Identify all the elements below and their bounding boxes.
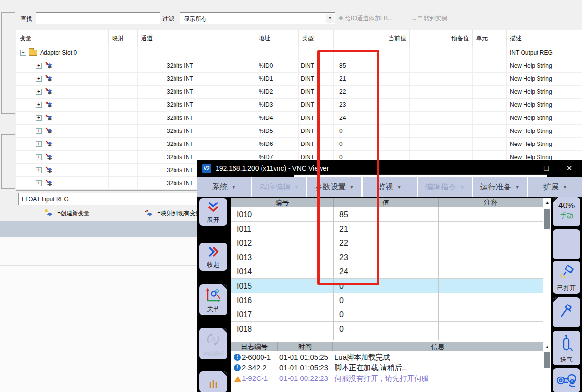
chevron-down-icon: ▼: [294, 185, 299, 189]
cell: [255, 46, 299, 59]
log-time: 01-01 01:05:23: [279, 363, 328, 373]
register-row[interactable]: I0180: [231, 322, 543, 336]
menu-label: 编辑指令: [425, 182, 456, 192]
collapsed-panel-tab[interactable]: [1, 134, 15, 189]
tree-expand-toggle[interactable]: +: [36, 63, 42, 69]
register-comment: [439, 250, 543, 265]
double-chevron-right-icon: [207, 246, 219, 258]
corner-marker: [222, 371, 227, 377]
register-row[interactable]: I0150: [231, 279, 543, 293]
collapse-button[interactable]: 收起: [199, 243, 227, 271]
cell: %ID6: [255, 138, 299, 151]
table-row[interactable]: +32bits INT%ID1DINT21New Help String: [16, 73, 582, 86]
gas-supply-button[interactable]: 送气: [553, 331, 580, 365]
table-row[interactable]: +32bits INT%ID0DINT85New Help String: [16, 59, 582, 73]
scroll-up-icon[interactable]: ▲: [543, 199, 551, 206]
menu-参数设置[interactable]: 参数设置▼: [307, 177, 361, 197]
cell: 23: [334, 99, 410, 112]
search-input[interactable]: [36, 12, 160, 24]
register-row[interactable]: I0160: [231, 293, 543, 308]
register-row[interactable]: I01085: [231, 207, 543, 222]
log-time: 01-01 01:05:25: [279, 352, 328, 363]
collapsed-panel-tab[interactable]: [1, 12, 15, 114]
register-comment: [439, 264, 543, 279]
scrollbar-thumb[interactable]: [544, 352, 550, 368]
log-scrollbar[interactable]: ▲: [543, 340, 551, 390]
filter-dropdown[interactable]: 显示所有 ▼: [180, 12, 335, 24]
filter-label: 过滤: [162, 15, 174, 23]
chevron-down-icon: ▼: [515, 185, 520, 189]
double-chevron-down-icon: [206, 201, 220, 213]
tree-expand-toggle[interactable]: +: [36, 76, 42, 82]
cell: 32bits INT: [138, 99, 255, 112]
register-comment: [439, 222, 543, 236]
add-fb-button[interactable]: ✚给IO通道添加FB...: [338, 13, 393, 24]
log-id: 1-92C-1: [242, 373, 268, 384]
register-id: I016: [231, 293, 334, 308]
table-row[interactable]: +32bits INT%ID4DINT24New Help String: [16, 112, 582, 125]
register-row[interactable]: I0170: [231, 307, 543, 322]
joint-mode-button[interactable]: 关节: [199, 284, 227, 315]
log-row[interactable]: !2-342-201-01 01:05:23脚本正在加载,请稍后...: [231, 363, 543, 373]
tree-expand-toggle[interactable]: +: [36, 115, 42, 121]
scroll-up-icon[interactable]: ▲: [543, 343, 551, 351]
cell: [473, 99, 507, 112]
scrollbar-thumb[interactable]: [544, 209, 550, 229]
tree-expand-toggle[interactable]: +: [36, 167, 42, 173]
table-row[interactable]: −Adapter Slot 0INT Output REG: [16, 46, 582, 59]
table-row[interactable]: +32bits INT%ID6DINT0New Help String: [16, 138, 582, 151]
speed-mode-button[interactable]: 40% 手动: [553, 197, 580, 226]
cell: 0: [334, 138, 410, 151]
tree-collapse-toggle[interactable]: −: [20, 50, 26, 56]
menu-监视[interactable]: 监视▼: [363, 177, 416, 197]
column-header: 单元: [473, 30, 507, 46]
tree-expand-toggle[interactable]: +: [36, 154, 42, 160]
cell: [473, 86, 507, 99]
register-id: I012: [231, 236, 334, 250]
expand-button[interactable]: 展开: [199, 198, 227, 226]
register-value: 0: [334, 322, 439, 336]
table-row[interactable]: +32bits INT%ID2DINT22New Help String: [16, 86, 582, 99]
menu-扩展[interactable]: 扩展▼: [528, 177, 582, 197]
robot-arm-button[interactable]: [553, 368, 580, 392]
register-value: 0: [334, 307, 439, 322]
chevron-down-icon[interactable]: ▼: [326, 14, 334, 23]
column-header: 当前值: [334, 30, 410, 46]
cell: DINT: [299, 112, 334, 125]
cell: %ID2: [255, 86, 299, 99]
table-row[interactable]: +32bits INT%ID5DINT0New Help String: [16, 125, 582, 138]
register-row[interactable]: I01424: [231, 264, 543, 279]
cell: %ID1: [255, 73, 299, 86]
vnc-menu-bar: 系统▼程序编辑▼参数设置▼监视▼编辑指令▼运行准备▼扩展▼: [197, 177, 582, 197]
menu-运行准备[interactable]: 运行准备▼: [473, 177, 527, 197]
log-row[interactable]: !2-6000-101-01 01:05:25Lua脚本加载完成: [231, 352, 543, 363]
tree-expand-toggle[interactable]: +: [36, 128, 42, 134]
tree-expand-toggle[interactable]: +: [36, 180, 42, 186]
menu-系统[interactable]: 系统▼: [197, 177, 251, 197]
register-row[interactable]: I01121: [231, 222, 543, 236]
register-row[interactable]: I01323: [231, 250, 543, 265]
tree-expand-toggle[interactable]: +: [36, 141, 42, 147]
continuous-loop-button[interactable]: A 连续循环: [199, 328, 227, 359]
menu-编辑指令[interactable]: 编辑指令▼: [418, 177, 472, 197]
menu-程序编辑[interactable]: 程序编辑▼: [252, 177, 306, 197]
log-row[interactable]: 1-92C-101-01 00:22:23伺服没有打开，请先打开伺服: [231, 373, 543, 384]
left-partial-button[interactable]: [199, 371, 227, 392]
register-scrollbar[interactable]: ▲ ▼: [543, 198, 551, 358]
tree-expand-toggle[interactable]: +: [36, 89, 42, 95]
blank-button[interactable]: [553, 229, 580, 259]
corner-marker: [222, 284, 227, 290]
cell: [109, 73, 138, 86]
column-header: 描述: [507, 30, 582, 46]
cell: 32bits INT: [138, 138, 255, 151]
cell: %ID3: [255, 99, 299, 112]
torch-button[interactable]: [553, 297, 580, 327]
tree-cell: +: [16, 125, 109, 138]
torch-state-button[interactable]: 已打开: [553, 261, 580, 294]
close-button[interactable]: ✕: [559, 160, 580, 177]
register-row[interactable]: I01222: [231, 236, 543, 250]
tree-expand-toggle[interactable]: +: [36, 102, 42, 108]
table-row[interactable]: +32bits INT%ID3DINT23New Help String: [16, 99, 582, 112]
column-header: 类型: [299, 30, 334, 46]
goto-instance-button[interactable]: →≣转到实例: [411, 13, 447, 24]
